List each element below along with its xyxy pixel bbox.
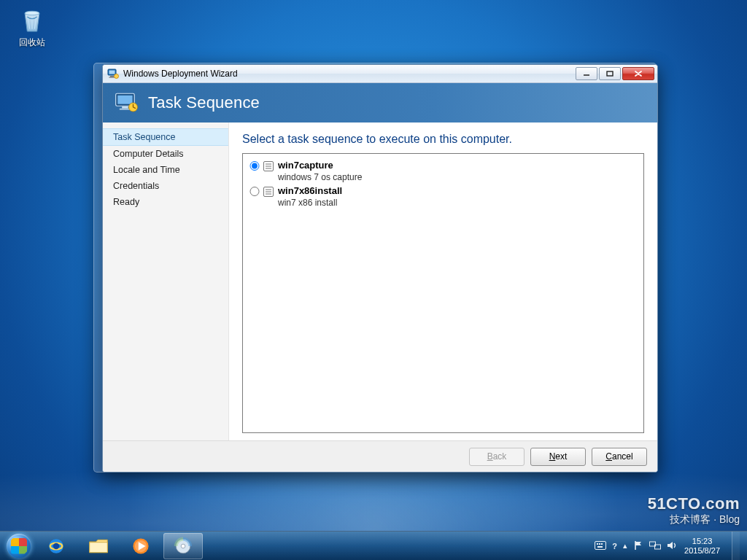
svg-point-22 <box>53 542 59 548</box>
tray-chevron-up-icon[interactable]: ▴ <box>623 541 627 551</box>
svg-rect-7 <box>607 71 613 76</box>
banner-title: Task Sequence <box>148 93 260 112</box>
titlebar[interactable]: Windows Deployment Wizard <box>103 65 657 83</box>
task-sequence-item[interactable]: win7capturewindows 7 os capture <box>249 158 638 184</box>
svg-point-28 <box>181 544 185 548</box>
start-button[interactable] <box>4 532 34 561</box>
taskbar-pinned-apps <box>36 533 203 559</box>
minimize-button[interactable] <box>576 67 597 80</box>
svg-point-0 <box>25 11 39 15</box>
svg-rect-10 <box>122 106 128 109</box>
svg-marker-36 <box>667 542 673 549</box>
svg-rect-32 <box>601 543 603 545</box>
wizard-step[interactable]: Computer Details <box>103 146 228 162</box>
wizard-steps-list: Task SequenceComputer DetailsLocale and … <box>103 122 229 440</box>
window-title: Windows Deployment Wizard <box>123 69 576 79</box>
taskbar-explorer[interactable] <box>79 533 118 559</box>
svg-point-5 <box>115 74 119 79</box>
next-button[interactable]: Next <box>530 448 586 466</box>
tray-network-icon[interactable] <box>649 540 661 552</box>
task-sequence-radio[interactable] <box>249 187 260 196</box>
content-heading: Select a task sequence to execute on thi… <box>242 133 644 146</box>
wizard-banner: Task Sequence <box>103 83 657 122</box>
svg-rect-9 <box>117 96 132 104</box>
wizard-step[interactable]: Ready <box>103 194 228 210</box>
task-sequence-desc: win7 x86 install <box>278 198 638 208</box>
svg-rect-33 <box>597 546 603 548</box>
system-tray: ? ▴ 15:23 2015/8/27 <box>595 532 743 561</box>
task-sequence-icon <box>263 187 274 197</box>
watermark: 51CTO.com 技术博客 · Blog <box>648 494 740 526</box>
wizard-step[interactable]: Task Sequence <box>103 128 228 146</box>
taskbar-media-player[interactable] <box>121 533 160 559</box>
close-button[interactable] <box>622 67 654 80</box>
task-sequence-icon <box>263 161 274 171</box>
app-icon <box>107 68 119 79</box>
wizard-button-row: Back Next Cancel <box>103 440 657 472</box>
tray-keyboard-icon[interactable] <box>595 541 606 551</box>
task-sequence-desc: windows 7 os capture <box>278 172 638 182</box>
taskbar-ie[interactable] <box>36 533 76 559</box>
taskbar-deployment[interactable] <box>163 533 203 559</box>
task-sequence-name: win7capture <box>278 160 638 171</box>
svg-rect-29 <box>595 541 606 549</box>
svg-rect-2 <box>109 71 115 74</box>
wizard-step[interactable]: Locale and Time <box>103 162 228 178</box>
svg-rect-31 <box>599 543 600 545</box>
window-controls <box>576 67 654 80</box>
tray-flag-icon[interactable] <box>633 540 643 552</box>
cancel-button[interactable]: Cancel <box>592 448 647 466</box>
back-button: Back <box>469 448 525 466</box>
show-desktop-button[interactable] <box>732 532 740 561</box>
tray-help-icon[interactable]: ? <box>612 542 617 551</box>
taskbar: ? ▴ 15:23 2015/8/27 <box>0 531 747 560</box>
task-sequence-name: win7x86install <box>278 185 638 196</box>
wizard-step[interactable]: Credentials <box>103 178 228 194</box>
tray-date: 2015/8/27 <box>684 546 720 556</box>
wizard-content: Select a task sequence to execute on thi… <box>229 122 657 440</box>
maximize-button[interactable] <box>599 67 621 80</box>
deployment-wizard-window: Windows Deployment Wizard <box>102 64 658 472</box>
task-sequence-item[interactable]: win7x86installwin7 x86 install <box>249 184 638 209</box>
recycle-bin-label: 回收站 <box>9 36 55 49</box>
recycle-bin[interactable]: 回收站 <box>9 6 55 49</box>
tray-clock[interactable]: 15:23 2015/8/27 <box>684 537 720 555</box>
recycle-bin-icon <box>17 6 47 35</box>
monitor-icon <box>115 92 139 114</box>
task-sequence-list[interactable]: win7capturewindows 7 os capturewin7x86in… <box>242 153 644 433</box>
svg-rect-3 <box>110 76 114 77</box>
svg-rect-23 <box>90 542 108 552</box>
tray-time: 15:23 <box>684 537 720 546</box>
svg-rect-30 <box>597 543 598 545</box>
task-sequence-radio[interactable] <box>249 161 260 171</box>
tray-volume-icon[interactable] <box>667 540 677 552</box>
desktop: 回收站 Windows Deployment Wizard <box>0 0 747 560</box>
